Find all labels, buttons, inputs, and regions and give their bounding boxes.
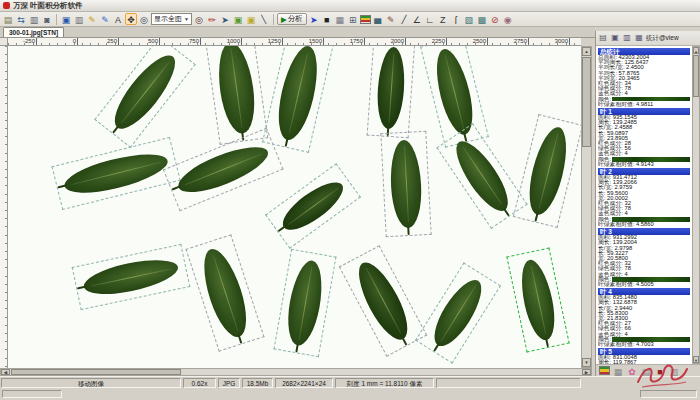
link-icon[interactable]: ⇆ (15, 13, 27, 25)
copy-icon[interactable]: ▣ (610, 33, 620, 43)
right-angle-icon[interactable]: ∟ (424, 13, 436, 25)
analyze-button[interactable]: ▶分析 (277, 13, 307, 25)
histogram-icon[interactable]: ▅ (372, 13, 384, 25)
stop-icon[interactable]: ■ (321, 13, 333, 25)
section-header[interactable]: 叶 1 (598, 108, 690, 115)
line-tool-icon[interactable]: ╲ (258, 13, 270, 25)
info-icon[interactable]: ◉ (502, 13, 514, 25)
horizontal-scroll-thumb[interactable] (11, 369, 181, 375)
grid-small-icon[interactable]: ▦ (612, 365, 624, 377)
ruler-label: 1750 (350, 38, 363, 44)
leaf-midrib (289, 53, 309, 134)
scroll-down-icon[interactable]: ▼ (582, 358, 591, 367)
ruler-tick (200, 38, 201, 46)
flag-icon[interactable] (360, 15, 371, 24)
ruler-label: 1250 (268, 38, 281, 44)
ruler-label: 250 (107, 38, 117, 44)
flag-small-icon[interactable] (599, 366, 610, 375)
marker-yellow-icon[interactable]: ▣ (245, 13, 257, 25)
scroll-right-icon[interactable]: ▶ (582, 369, 591, 375)
ruler-label: -250 (23, 38, 35, 44)
spline-icon[interactable]: ʃ (450, 13, 462, 25)
ruler-label: 750 (189, 38, 199, 44)
arrow-tool-icon[interactable]: ➤ (219, 13, 231, 25)
vertical-ruler (0, 46, 8, 368)
scroll-up-icon[interactable]: ▲ (582, 47, 591, 56)
app-icon (3, 2, 10, 9)
ruler-label: 1500 (309, 38, 322, 44)
image-tab[interactable]: 300-01.jpg[STN] (3, 27, 64, 37)
section-header[interactable]: 叶 2 (598, 168, 690, 175)
statusbar-cell: 18.5Mb (242, 378, 273, 388)
window-title: 万深 叶面积分析软件 (13, 1, 83, 11)
signature-watermark (632, 358, 694, 392)
stat-row: 叶绿素相对值: 4.7003 (598, 342, 690, 347)
cells-icon[interactable]: ▩ (476, 13, 488, 25)
zoom-in-icon[interactable]: ◎ (193, 13, 205, 25)
leaf-midrib (531, 265, 547, 334)
save-result-icon[interactable]: ▥ (622, 33, 632, 43)
section-header[interactable]: 叶 5 (598, 348, 690, 355)
panel-scroll-thumb[interactable] (693, 55, 699, 97)
section-header[interactable]: 叶 3 (598, 228, 690, 235)
statistics-list: 总统计总面积: 42303.2004平均周长: 125.6437平均长/宽: 2… (596, 46, 692, 364)
grid-icon[interactable]: ▦ (334, 13, 346, 25)
eyedropper-icon[interactable]: ✏ (206, 13, 218, 25)
flag-stripe (361, 20, 370, 22)
ruler-tick (487, 38, 488, 46)
horizontal-scrollbar[interactable]: ◀ ▶ (0, 368, 592, 376)
color-swatch (612, 277, 690, 282)
draw-pen-icon[interactable]: ✎ (385, 13, 397, 25)
analyze-button-label: 分析 (288, 14, 303, 24)
vertical-scroll-thumb[interactable] (582, 57, 591, 147)
ruler-tick (118, 38, 119, 46)
hand-tool-icon[interactable]: ✥ (125, 13, 137, 25)
clipboard-icon[interactable]: ▤ (2, 13, 14, 25)
save-icon[interactable]: ▣ (60, 13, 72, 25)
toolbar-separator (56, 14, 57, 25)
ruler-tick (364, 38, 365, 46)
camera-icon[interactable]: ◙ (41, 13, 53, 25)
ruler-tick (282, 38, 283, 46)
vertical-scrollbar[interactable]: ▲ ▼ (581, 46, 592, 368)
magnifier-icon[interactable]: ◎ (138, 13, 150, 25)
grid2-icon[interactable]: ▧ (463, 13, 475, 25)
table-icon[interactable]: ⊞ (347, 13, 359, 25)
z-tool-icon[interactable]: Z (437, 13, 449, 25)
ruler-tick (528, 38, 529, 46)
ruler-label: 500 (148, 38, 158, 44)
toolbar-separator (273, 14, 274, 25)
scroll-left-icon[interactable]: ◀ (1, 369, 10, 375)
export-icon[interactable]: ▤ (598, 33, 608, 43)
leaf-stem (407, 226, 409, 235)
view-mode-dropdown-label: 显示全图 (154, 14, 182, 24)
ruler-label: 1000 (227, 38, 240, 44)
stat-row: 叶绿素相对值: 4.9811 (598, 102, 690, 107)
statusbar-cell: 移动图像 (1, 378, 181, 388)
ruler-tick (446, 38, 447, 46)
view-mode-dropdown[interactable]: 显示全图▼ (151, 13, 192, 25)
print-result-icon[interactable]: ▦ (634, 33, 644, 43)
leaf-midrib (230, 49, 242, 127)
ruler-label: 2000 (391, 38, 404, 44)
panel-scroll-up-icon[interactable]: ▲ (693, 47, 699, 54)
ruler-tick (159, 38, 160, 46)
bottom-segment (2, 390, 62, 398)
forbid-icon[interactable]: ⊘ (489, 13, 501, 25)
pencil-yellow-icon[interactable]: ✎ (86, 13, 98, 25)
section-header[interactable]: 叶 4 (598, 288, 690, 295)
marker-green-icon[interactable]: ▣ (232, 13, 244, 25)
panel-scrollbar[interactable]: ▲ ▼ (692, 46, 700, 364)
image-canvas[interactable] (8, 46, 581, 368)
play-icon[interactable]: ➤ (308, 13, 320, 25)
pen-blue-icon[interactable]: ✎ (99, 13, 111, 25)
ruler-tick (241, 38, 242, 46)
ruler-tick (323, 38, 324, 46)
text-tool-icon[interactable]: A (112, 13, 124, 25)
print-preview-icon[interactable]: ▥ (28, 13, 40, 25)
angle-icon[interactable]: ∠ (411, 13, 423, 25)
printer-icon[interactable]: ▥ (73, 13, 85, 25)
section-header[interactable]: 总统计 (598, 48, 690, 55)
diagonal-icon[interactable]: ╱ (398, 13, 410, 25)
ruler-label: 0 (73, 38, 76, 44)
